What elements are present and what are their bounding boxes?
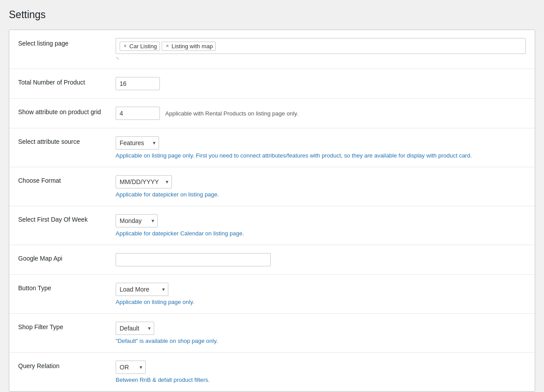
google-map-input[interactable] <box>116 253 271 266</box>
content-button-type: Load More Pagination Infinite Scroll App… <box>116 283 526 305</box>
page-title: Settings <box>9 9 535 21</box>
row-attribute-source: Select attribute source Features Attribu… <box>9 128 535 167</box>
button-type-select[interactable]: Load More Pagination Infinite Scroll <box>116 283 168 296</box>
tag-remove-listing-with-map[interactable]: × <box>165 43 170 49</box>
format-helper: Applicable for datepicker on listing pag… <box>116 191 526 198</box>
content-first-day: Monday Sunday Saturday Applicable for da… <box>116 214 526 237</box>
total-number-input[interactable] <box>116 77 160 90</box>
resize-handle: ⤡ <box>116 56 526 61</box>
content-attribute-source: Features Attributes Applicable on listin… <box>116 136 526 159</box>
first-day-helper: Applicable for datepicker Calendar on li… <box>116 230 526 237</box>
label-query-relation: Query Relation <box>18 361 116 369</box>
query-relation-select[interactable]: OR AND <box>116 361 146 374</box>
attribute-source-select[interactable]: Features Attributes <box>116 136 159 150</box>
button-type-select-wrap: Load More Pagination Infinite Scroll <box>116 283 168 296</box>
attribute-source-select-wrap: Features Attributes <box>116 136 159 150</box>
tag-input-container[interactable]: × Car Listing × Listing with map <box>116 38 526 54</box>
format-select[interactable]: MM/DD/YYYY DD/MM/YYYY YYYY/MM/DD <box>116 175 172 188</box>
content-google-map <box>116 253 526 266</box>
row-choose-format: Choose Format MM/DD/YYYY DD/MM/YYYY YYYY… <box>9 167 535 206</box>
row-first-day: Select First Day Of Week Monday Sunday S… <box>9 206 535 245</box>
row-google-map: Google Map Api <box>9 245 535 275</box>
row-button-type: Button Type Load More Pagination Infinit… <box>9 275 535 314</box>
row-select-listing-page: Select listing page × Car Listing × List… <box>9 30 535 69</box>
shop-filter-select[interactable]: Default Sidebar Top <box>116 322 154 335</box>
button-type-helper: Applicable on listing page only. <box>116 299 526 305</box>
page-wrap: Settings Select listing page × Car Listi… <box>0 0 544 392</box>
row-total-number: Total Number of Product <box>9 69 535 99</box>
tag-label-car-listing: Car Listing <box>129 43 157 50</box>
tag-listing-with-map: × Listing with map <box>162 42 216 51</box>
shop-filter-helper: "Default" is available on shop page only… <box>116 338 526 344</box>
shop-filter-select-wrap: Default Sidebar Top <box>116 322 154 335</box>
query-relation-select-wrap: OR AND <box>116 361 146 374</box>
label-google-map: Google Map Api <box>18 253 116 262</box>
query-relation-helper: Between RnB & defalt product filters. <box>116 377 526 383</box>
settings-card: Select listing page × Car Listing × List… <box>9 30 535 392</box>
format-select-wrap: MM/DD/YYYY DD/MM/YYYY YYYY/MM/DD <box>116 175 172 188</box>
row-shop-filter: Shop Filter Type Default Sidebar Top "De… <box>9 314 535 353</box>
attribute-inline-helper: Applicable with Rental Products on listi… <box>165 110 298 117</box>
tag-remove-car-listing[interactable]: × <box>123 43 128 49</box>
label-shop-filter: Shop Filter Type <box>18 322 116 331</box>
content-select-listing-page: × Car Listing × Listing with map ⤡ <box>116 38 526 61</box>
content-choose-format: MM/DD/YYYY DD/MM/YYYY YYYY/MM/DD Applica… <box>116 175 526 198</box>
row-show-attribute: Show attribute on product grid Applicabl… <box>9 99 535 128</box>
row-query-relation: Query Relation OR AND Between RnB & defa… <box>9 353 535 391</box>
attribute-source-helper: Applicable on listing page only. First y… <box>116 152 526 159</box>
first-day-select-wrap: Monday Sunday Saturday <box>116 214 158 227</box>
content-shop-filter: Default Sidebar Top "Default" is availab… <box>116 322 526 344</box>
tag-label-listing-with-map: Listing with map <box>171 43 213 50</box>
inline-row-attribute: Applicable with Rental Products on listi… <box>116 107 526 120</box>
label-button-type: Button Type <box>18 283 116 292</box>
label-total-number: Total Number of Product <box>18 77 116 86</box>
label-choose-format: Choose Format <box>18 175 116 184</box>
content-total-number <box>116 77 526 90</box>
label-show-attribute: Show attribute on product grid <box>18 107 116 115</box>
label-first-day: Select First Day Of Week <box>18 214 116 223</box>
label-attribute-source: Select attribute source <box>18 136 116 145</box>
tag-car-listing: × Car Listing <box>120 42 160 51</box>
content-query-relation: OR AND Between RnB & defalt product filt… <box>116 361 526 383</box>
show-attribute-input[interactable] <box>116 107 160 120</box>
content-show-attribute: Applicable with Rental Products on listi… <box>116 107 526 120</box>
first-day-select[interactable]: Monday Sunday Saturday <box>116 214 158 227</box>
label-select-listing-page: Select listing page <box>18 38 116 47</box>
